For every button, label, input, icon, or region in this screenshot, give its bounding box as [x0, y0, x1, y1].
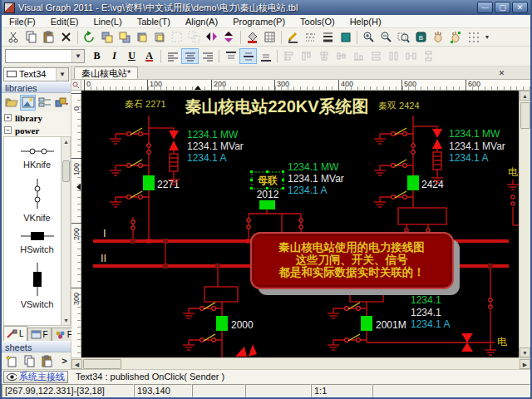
- notice-box[interactable]: 秦山核电站使用的电力接线图 这些刀闸、开关、信号 都是和实际数据实时关联的！: [251, 233, 460, 295]
- menu-align[interactable]: Align(A): [178, 16, 225, 27]
- zoom-out-icon[interactable]: [377, 29, 395, 45]
- menu-help[interactable]: Help(H): [342, 16, 389, 27]
- expand-icon[interactable]: +: [4, 114, 12, 121]
- palette-item-hknife[interactable]: HKnife: [12, 145, 62, 170]
- menu-table[interactable]: Table(T): [130, 16, 178, 27]
- flip-horizontal-icon[interactable]: [203, 29, 220, 45]
- palette-item-vswitch[interactable]: VSwitch: [12, 262, 62, 309]
- font-family-combo[interactable]: ▼: [5, 49, 85, 63]
- sheet-tab-main[interactable]: 系统主接线: [3, 371, 68, 383]
- valign-middle-icon[interactable]: [239, 48, 257, 64]
- palette-item-vknife[interactable]: VKnife: [12, 177, 62, 223]
- breaker-2001m-label[interactable]: 2001M: [376, 319, 406, 331]
- bus-tie-label[interactable]: 母联: [257, 175, 278, 186]
- vertical-scrollbar[interactable]: ▲ ▼: [519, 91, 530, 357]
- paste-icon[interactable]: [40, 29, 57, 45]
- flip-vertical-icon[interactable]: [220, 29, 238, 45]
- bold-button[interactable]: B: [88, 48, 106, 64]
- tab-libraries[interactable]: L: [3, 326, 27, 341]
- document-tab[interactable]: 秦山核电站*: [74, 66, 138, 79]
- underline-button[interactable]: U: [123, 48, 140, 64]
- breaker-2012-label[interactable]: 2012: [257, 189, 279, 200]
- tie-measurements[interactable]: 1234.1 MW 1234.1 MVar 1234.1 A: [288, 161, 344, 196]
- scroll-up-icon[interactable]: ▲: [62, 137, 71, 146]
- pan-select-icon[interactable]: [447, 29, 465, 45]
- align-tops-icon[interactable]: [298, 48, 315, 64]
- align-middles-icon[interactable]: [332, 48, 350, 64]
- close-tab-icon[interactable]: ✕: [496, 68, 507, 79]
- rotate-icon[interactable]: [81, 29, 98, 45]
- maximize-button[interactable]: ▢: [495, 2, 510, 13]
- palette-scrollbar[interactable]: ▲ ▼: [61, 137, 70, 325]
- breaker-2271-label[interactable]: 2271: [157, 179, 180, 190]
- grid-icon[interactable]: [465, 29, 482, 45]
- shape-fill-icon[interactable]: [337, 29, 354, 45]
- menu-tools[interactable]: Tools(O): [293, 16, 342, 27]
- open-library-icon[interactable]: [3, 95, 19, 111]
- scrollbar-thumb[interactable]: [62, 160, 70, 182]
- scroll-down-icon[interactable]: ▼: [62, 316, 71, 325]
- align-center-icon[interactable]: [181, 48, 199, 64]
- bring-front-icon[interactable]: [133, 29, 150, 45]
- new-sheet-icon[interactable]: [3, 353, 21, 369]
- fill-color-icon[interactable]: [244, 29, 261, 45]
- scrollbar-thumb[interactable]: [83, 359, 121, 369]
- tree-item-library[interactable]: +library: [2, 111, 71, 124]
- breaker-2271[interactable]: [143, 175, 155, 190]
- align-left-icon[interactable]: [164, 48, 181, 64]
- copy-icon[interactable]: [22, 29, 40, 45]
- ungroup-icon[interactable]: [185, 29, 203, 45]
- new-component-icon[interactable]: [53, 95, 69, 111]
- zoom-actual-icon[interactable]: B: [412, 29, 430, 45]
- palette-item-hswitch[interactable]: HSwitch: [12, 230, 62, 254]
- right-edge-top[interactable]: 电: [507, 166, 519, 225]
- bottom-measurements[interactable]: 1234.1 1234.1 1234.1 A: [411, 294, 450, 330]
- chevron-down-icon[interactable]: ▼: [56, 68, 68, 81]
- left-measurements[interactable]: 1234.1 MW 1234.1 MVar 1234.1 A: [187, 129, 244, 164]
- valign-top-icon[interactable]: [222, 48, 239, 64]
- horizontal-scrollbar[interactable]: ◀ ▶: [71, 357, 530, 369]
- align-centers-icon[interactable]: [315, 48, 332, 64]
- diagram-title[interactable]: 秦山核电站220KV系统图: [185, 97, 368, 116]
- library-view-icon[interactable]: [20, 95, 36, 111]
- align-lefts-icon[interactable]: [280, 48, 298, 64]
- align-right-icon[interactable]: [199, 48, 216, 64]
- bring-forward-icon[interactable]: [98, 29, 116, 45]
- delete-icon[interactable]: [57, 29, 75, 45]
- line-style-icon[interactable]: [302, 29, 319, 45]
- scroll-down-icon[interactable]: ▼: [520, 347, 530, 357]
- same-width-icon[interactable]: [367, 48, 385, 64]
- shape-selector-combo[interactable]: Text34 ▼: [3, 67, 69, 81]
- diagram-left-corner-label[interactable]: 秦石 2271: [125, 99, 166, 109]
- bay-2000[interactable]: 2000: [183, 264, 257, 357]
- group-icon[interactable]: [168, 29, 185, 45]
- chevron-down-icon[interactable]: ▼: [71, 50, 84, 62]
- space-horizontal-icon[interactable]: [402, 48, 420, 64]
- component-list-icon[interactable]: [37, 95, 52, 111]
- right-feeder[interactable]: 2424: [374, 116, 446, 244]
- send-back-icon[interactable]: [150, 29, 168, 45]
- italic-button[interactable]: I: [106, 48, 123, 64]
- paste-sheet-icon[interactable]: [38, 353, 56, 369]
- pattern-icon[interactable]: [261, 29, 278, 45]
- same-height-icon[interactable]: [385, 48, 402, 64]
- right-measurements[interactable]: 1234.1 MW 1234.1 MVar 1234.1 A: [449, 128, 505, 164]
- pen-color-icon[interactable]: [284, 29, 302, 45]
- grid-dropdown-icon[interactable]: ▾: [482, 29, 492, 45]
- breaker-2424[interactable]: [407, 175, 419, 190]
- breaker-2000[interactable]: [216, 316, 228, 331]
- minimize-button[interactable]: —: [477, 2, 493, 13]
- cut-icon[interactable]: [5, 29, 22, 45]
- tree-item-power[interactable]: −power: [2, 124, 71, 136]
- collapse-icon[interactable]: −: [4, 126, 12, 134]
- diagram-right-corner-label[interactable]: 秦双 2424: [378, 101, 420, 111]
- copy-sheet-icon[interactable]: [21, 353, 38, 369]
- close-button[interactable]: ✕: [512, 2, 528, 13]
- menu-edit[interactable]: Edit(E): [43, 16, 86, 27]
- pan-icon[interactable]: [430, 29, 447, 45]
- breaker-2012[interactable]: [259, 200, 275, 209]
- scroll-left-icon[interactable]: ◀: [71, 359, 82, 369]
- space-vertical-icon[interactable]: [420, 48, 437, 64]
- font-color-button[interactable]: A: [140, 48, 158, 64]
- send-backward-icon[interactable]: [116, 29, 133, 45]
